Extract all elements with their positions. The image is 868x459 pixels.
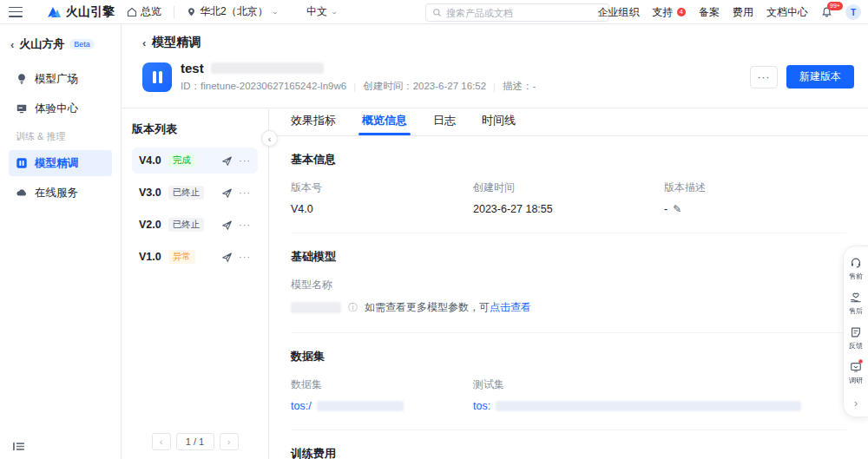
redacted-train-dataset-path	[317, 401, 404, 411]
topbar-divider	[174, 6, 174, 18]
link-record[interactable]: 备案	[699, 5, 720, 20]
panel-collapse-handle[interactable]: ‹	[261, 130, 278, 147]
version-list-panel: 版本列表 V4.0 完成 ··· V3.0 已终止 ··	[122, 109, 269, 459]
chevron-down-icon: ⌄	[272, 8, 279, 16]
version-row-v4[interactable]: V4.0 完成 ···	[132, 148, 258, 174]
sidebar-section-training: 训练 & 推理	[16, 130, 112, 143]
sidebar-item-experience-center[interactable]: 体验中心	[9, 95, 112, 121]
monitor-icon	[16, 102, 28, 115]
sidebar-item-model-finetune[interactable]: 模型精调	[9, 150, 112, 176]
main-area: ‹ 模型精调 test ID：finetune-20230627165242-l…	[122, 24, 868, 459]
nav-overview[interactable]: 总览	[127, 4, 161, 19]
sidebar-title: 火山方舟	[19, 36, 64, 52]
chevron-down-icon: ⌄	[331, 8, 338, 16]
location-pin-icon	[187, 7, 196, 17]
link-support[interactable]: 支持 4	[653, 5, 686, 20]
service-hand-icon	[850, 292, 862, 304]
collapse-sidebar-icon	[12, 441, 25, 452]
section-divider	[291, 233, 846, 233]
link-doc-center[interactable]: 文档中心	[766, 5, 808, 20]
deploy-icon[interactable]	[221, 252, 233, 263]
search-icon	[432, 8, 442, 17]
view-params-link[interactable]: 点击查看	[490, 301, 531, 313]
test-dataset-label: 测试集	[473, 377, 846, 392]
link-billing[interactable]: 费用	[733, 5, 753, 20]
section-divider	[291, 332, 846, 333]
created-time-value: 2023-6-27 18:55	[473, 203, 664, 215]
tab-bar: 效果指标 概览信息 日志 时间线	[269, 109, 868, 136]
deploy-icon[interactable]	[221, 155, 233, 167]
language-selector[interactable]: 中文 ⌄	[306, 4, 338, 19]
next-page-button[interactable]: ›	[220, 433, 239, 450]
status-badge: 异常	[168, 250, 195, 264]
row-more-icon[interactable]: ···	[239, 220, 251, 230]
row-more-icon[interactable]: ···	[239, 155, 251, 166]
breadcrumb: ‹ 模型精调	[142, 35, 854, 50]
survey-button[interactable]: 调研	[848, 361, 864, 386]
row-more-icon[interactable]: ···	[239, 252, 251, 262]
helper-expand-button[interactable]: ›	[854, 396, 858, 411]
tab-overview[interactable]: 概览信息	[362, 113, 407, 135]
more-actions-button[interactable]: ···	[750, 66, 778, 89]
section-dataset-title: 数据集	[291, 349, 846, 364]
row-more-icon[interactable]: ···	[239, 187, 251, 198]
version-row-v1[interactable]: V1.0 异常 ···	[132, 244, 258, 270]
tab-logs[interactable]: 日志	[433, 113, 456, 135]
sidebar: ‹ 火山方舟 Beta 模型广场 体验中心 训练 & 推理 模型精调	[0, 24, 122, 459]
edit-icon[interactable]: ✎	[673, 203, 681, 215]
model-id: finetune-20230627165242-ln9w6	[201, 81, 346, 91]
tab-timeline[interactable]: 时间线	[482, 113, 516, 135]
aftersale-support-button[interactable]: 售后	[848, 292, 864, 317]
train-dataset-label: 数据集	[291, 377, 473, 392]
back-icon[interactable]: ‹	[10, 38, 14, 51]
region-selector[interactable]: 华北2（北京） ⌄	[187, 4, 279, 19]
cloud-icon	[16, 187, 28, 199]
brand-name: 火山引擎	[66, 4, 115, 20]
search-input[interactable]	[446, 8, 602, 18]
sidebar-item-online-service[interactable]: 在线服务	[9, 180, 112, 206]
tab-metrics[interactable]: 效果指标	[291, 113, 336, 135]
section-basic-info-title: 基本信息	[291, 152, 846, 167]
link-enterprise-org[interactable]: 企业组织	[598, 5, 640, 20]
redacted-test-dataset-path	[496, 401, 801, 411]
home-icon	[127, 7, 137, 17]
notification-bell[interactable]: 99+	[821, 6, 832, 18]
notification-badge: 99+	[827, 2, 843, 10]
sidebar-header[interactable]: ‹ 火山方舟 Beta	[10, 36, 112, 52]
version-row-v3[interactable]: V3.0 已终止 ···	[132, 180, 258, 206]
feedback-button[interactable]: 反馈	[848, 326, 864, 351]
created-time-label: 创建时间	[473, 180, 664, 195]
version-desc-value: -	[664, 203, 667, 215]
brand-logo[interactable]: 火山引擎	[47, 4, 115, 20]
train-dataset-link[interactable]: tos:/	[291, 400, 312, 412]
section-base-model-title: 基础模型	[291, 249, 846, 265]
deploy-icon[interactable]	[221, 187, 233, 199]
beta-badge: Beta	[69, 39, 95, 49]
status-badge: 已终止	[168, 186, 205, 200]
sidebar-collapse-button[interactable]	[12, 441, 25, 452]
prev-page-button[interactable]: ‹	[152, 433, 171, 450]
deploy-icon[interactable]	[221, 220, 233, 231]
page-title: 模型精调	[152, 35, 201, 50]
model-params-tip: 如需查看更多模型参数，可	[365, 301, 490, 313]
new-version-button[interactable]: 新建版本	[786, 65, 854, 89]
model-meta-row: ID：finetune-20230627165242-ln9w6 | 创建时间：…	[181, 80, 750, 93]
version-desc-label: 版本描述	[664, 180, 846, 195]
model-icon	[142, 62, 172, 92]
avatar[interactable]: T	[845, 4, 861, 20]
sidebar-item-model-plaza[interactable]: 模型广场	[9, 66, 112, 92]
model-description: -	[533, 81, 536, 91]
version-list-title: 版本列表	[132, 121, 258, 137]
status-badge: 完成	[168, 154, 195, 167]
lightbulb-icon	[16, 73, 28, 85]
search-box[interactable]	[425, 3, 609, 22]
version-row-v2[interactable]: V2.0 已终止 ···	[132, 212, 258, 238]
section-cost-title: 训练费用	[291, 446, 846, 459]
back-icon[interactable]: ‹	[142, 36, 146, 49]
version-number-value: V4.0	[291, 203, 473, 215]
hamburger-menu-icon[interactable]	[9, 7, 23, 17]
test-dataset-link[interactable]: tos:	[473, 400, 490, 412]
redacted-model-name	[291, 302, 341, 313]
volcano-logo-icon	[47, 5, 62, 18]
presale-support-button[interactable]: 售前	[848, 257, 864, 282]
